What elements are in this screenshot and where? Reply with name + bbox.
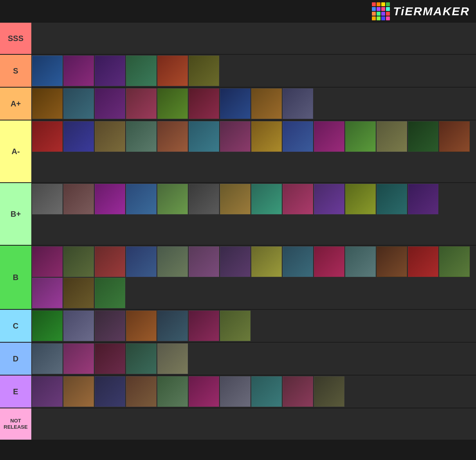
champion-slot xyxy=(220,246,251,277)
champion-slot xyxy=(32,376,63,407)
champion-slot xyxy=(95,343,125,374)
champion-slot xyxy=(189,56,219,86)
champion-slot xyxy=(32,311,63,341)
champion-slot xyxy=(63,376,94,407)
champion-slot xyxy=(408,184,438,214)
champion-slot xyxy=(220,376,251,407)
champion-slot xyxy=(95,311,125,341)
champion-slot xyxy=(189,311,219,341)
tier-label-sss: SSS xyxy=(0,23,31,54)
champion-slot xyxy=(189,376,219,407)
tiermaker-title: TiERMAKER xyxy=(393,5,470,18)
champion-slot xyxy=(63,246,94,277)
champion-slot xyxy=(439,246,470,277)
header: TiERMAKER xyxy=(0,0,476,23)
tier-content-s xyxy=(31,55,476,87)
tier-row-s: S xyxy=(0,55,476,88)
tier-label-aplus: A+ xyxy=(0,88,31,120)
champion-slot xyxy=(377,121,407,152)
champion-slot xyxy=(314,246,344,277)
tier-content-sss xyxy=(31,23,476,54)
champion-slot xyxy=(189,121,219,152)
champion-slot xyxy=(126,88,157,119)
champion-slot xyxy=(63,343,94,374)
champion-slot xyxy=(126,246,157,277)
champion-slot xyxy=(95,56,125,86)
tier-label-bplus: B+ xyxy=(0,183,31,245)
champion-slot xyxy=(283,184,313,214)
champion-slot xyxy=(126,376,157,407)
champion-slot xyxy=(220,311,251,341)
champion-slot xyxy=(345,121,376,152)
tier-label-c: C xyxy=(0,310,31,342)
tier-label-b: B xyxy=(0,246,31,309)
tier-row-aminus: A- xyxy=(0,120,476,183)
champion-slot xyxy=(220,88,251,119)
champion-slot xyxy=(95,121,125,152)
champion-slot xyxy=(251,184,282,214)
champion-slot xyxy=(95,246,125,277)
champion-slot xyxy=(32,88,63,119)
champion-slot xyxy=(220,121,251,152)
tier-row-bplus: B+ xyxy=(0,183,476,246)
champion-slot xyxy=(95,184,125,214)
tier-content-e xyxy=(31,376,476,408)
champion-slot xyxy=(157,246,188,277)
champion-slot xyxy=(32,246,63,277)
champion-slot xyxy=(251,121,282,152)
tier-label-d: D xyxy=(0,343,31,375)
champion-slot xyxy=(189,88,219,119)
tier-row-notrelease: NOT RELEASE xyxy=(0,408,476,440)
champion-slot xyxy=(63,121,94,152)
champion-slot xyxy=(95,88,125,119)
champion-slot xyxy=(220,184,251,214)
champion-slot xyxy=(95,376,125,407)
champion-slot xyxy=(251,88,282,119)
champion-slot xyxy=(126,343,157,374)
tier-row-d: D xyxy=(0,343,476,376)
champion-slot xyxy=(283,121,313,152)
tier-content-bplus xyxy=(31,183,476,245)
champion-slot xyxy=(63,311,94,341)
champion-slot xyxy=(63,88,94,119)
champion-slot xyxy=(157,376,188,407)
champion-slot xyxy=(408,121,438,152)
champion-slot xyxy=(157,311,188,341)
champion-slot xyxy=(377,184,407,214)
tier-row-e: E xyxy=(0,376,476,408)
tier-content-aplus xyxy=(31,88,476,120)
champion-slot xyxy=(95,278,125,308)
tier-label-notrelease: NOT RELEASE xyxy=(0,408,31,440)
champion-slot xyxy=(283,376,313,407)
champion-slot xyxy=(189,246,219,277)
champion-slot xyxy=(157,184,188,214)
champion-slot xyxy=(32,278,63,308)
champion-slot xyxy=(126,121,157,152)
tier-content-c xyxy=(31,310,476,342)
tier-list: SSS S A+ A- xyxy=(0,23,476,440)
champion-slot xyxy=(32,343,63,374)
champion-slot xyxy=(126,56,157,86)
tier-content-b xyxy=(31,246,476,309)
champion-slot xyxy=(251,246,282,277)
champion-slot xyxy=(32,56,63,86)
champion-slot xyxy=(439,121,470,152)
tier-content-d xyxy=(31,343,476,375)
champion-slot xyxy=(32,121,63,152)
champion-slot xyxy=(126,311,157,341)
champion-slot xyxy=(251,376,282,407)
tier-content-notrelease xyxy=(31,408,476,440)
champion-slot xyxy=(157,56,188,86)
tier-label-aminus: A- xyxy=(0,120,31,182)
champion-slot xyxy=(314,376,344,407)
champion-slot xyxy=(157,343,188,374)
champion-slot xyxy=(157,121,188,152)
champion-slot xyxy=(345,184,376,214)
tier-row-c: C xyxy=(0,310,476,343)
champion-slot xyxy=(189,184,219,214)
champion-slot xyxy=(314,184,344,214)
tier-label-e: E xyxy=(0,376,31,408)
champion-slot xyxy=(32,184,63,214)
tier-row-sss: SSS xyxy=(0,23,476,55)
tier-row-b: B xyxy=(0,246,476,310)
